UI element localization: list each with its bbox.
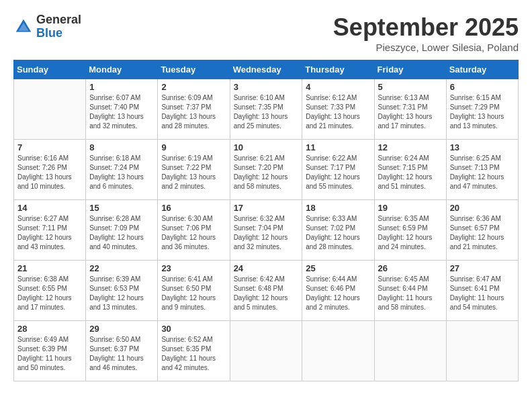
calendar-week-row: 21Sunrise: 6:38 AM Sunset: 6:55 PM Dayli… — [14, 261, 519, 321]
weekday-header: Thursday — [302, 60, 374, 79]
calendar-cell: 26Sunrise: 6:45 AM Sunset: 6:44 PM Dayli… — [374, 261, 446, 321]
day-number: 27 — [450, 263, 515, 273]
day-info: Sunrise: 6:19 AM Sunset: 7:22 PM Dayligh… — [161, 154, 226, 191]
day-number: 2 — [161, 82, 226, 92]
calendar-cell: 22Sunrise: 6:39 AM Sunset: 6:53 PM Dayli… — [86, 261, 158, 321]
calendar-cell: 10Sunrise: 6:21 AM Sunset: 7:20 PM Dayli… — [230, 140, 302, 200]
calendar-cell: 29Sunrise: 6:50 AM Sunset: 6:37 PM Dayli… — [86, 321, 158, 381]
day-number: 18 — [306, 203, 370, 213]
day-info: Sunrise: 6:33 AM Sunset: 7:02 PM Dayligh… — [306, 214, 370, 252]
day-info: Sunrise: 6:45 AM Sunset: 6:44 PM Dayligh… — [378, 275, 443, 312]
day-info: Sunrise: 6:52 AM Sunset: 6:35 PM Dayligh… — [161, 335, 226, 373]
calendar-cell — [230, 321, 302, 381]
day-info: Sunrise: 6:27 AM Sunset: 7:11 PM Dayligh… — [17, 214, 82, 252]
calendar-cell: 7Sunrise: 6:16 AM Sunset: 7:26 PM Daylig… — [14, 140, 86, 200]
calendar-week-row: 1Sunrise: 6:07 AM Sunset: 7:40 PM Daylig… — [14, 79, 519, 140]
day-info: Sunrise: 6:10 AM Sunset: 7:35 PM Dayligh… — [234, 93, 299, 131]
day-info: Sunrise: 6:30 AM Sunset: 7:06 PM Dayligh… — [161, 214, 226, 252]
calendar-cell: 17Sunrise: 6:32 AM Sunset: 7:04 PM Dayli… — [230, 200, 302, 261]
day-info: Sunrise: 6:32 AM Sunset: 7:04 PM Dayligh… — [234, 214, 299, 252]
logo: General Blue — [13, 13, 81, 40]
calendar-cell: 25Sunrise: 6:44 AM Sunset: 6:46 PM Dayli… — [302, 261, 374, 321]
day-info: Sunrise: 6:21 AM Sunset: 7:20 PM Dayligh… — [234, 154, 299, 191]
day-info: Sunrise: 6:13 AM Sunset: 7:31 PM Dayligh… — [378, 93, 443, 131]
calendar-week-row: 14Sunrise: 6:27 AM Sunset: 7:11 PM Dayli… — [14, 200, 519, 261]
day-info: Sunrise: 6:12 AM Sunset: 7:33 PM Dayligh… — [306, 93, 370, 131]
day-number: 28 — [17, 324, 82, 334]
day-number: 14 — [17, 203, 82, 213]
calendar-cell: 11Sunrise: 6:22 AM Sunset: 7:17 PM Dayli… — [302, 140, 374, 200]
day-number: 29 — [89, 324, 154, 334]
calendar-cell: 6Sunrise: 6:15 AM Sunset: 7:29 PM Daylig… — [446, 79, 518, 140]
calendar-cell: 28Sunrise: 6:49 AM Sunset: 6:39 PM Dayli… — [14, 321, 86, 381]
weekday-header: Tuesday — [158, 60, 230, 79]
weekday-header: Friday — [374, 60, 446, 79]
day-number: 16 — [161, 203, 226, 213]
calendar-cell: 16Sunrise: 6:30 AM Sunset: 7:06 PM Dayli… — [158, 200, 230, 261]
day-number: 6 — [450, 82, 515, 92]
calendar-cell: 2Sunrise: 6:09 AM Sunset: 7:37 PM Daylig… — [158, 79, 230, 140]
calendar-cell: 1Sunrise: 6:07 AM Sunset: 7:40 PM Daylig… — [86, 79, 158, 140]
calendar-cell: 12Sunrise: 6:24 AM Sunset: 7:15 PM Dayli… — [374, 140, 446, 200]
day-info: Sunrise: 6:07 AM Sunset: 7:40 PM Dayligh… — [89, 93, 154, 131]
calendar-cell — [446, 321, 518, 381]
calendar-cell: 21Sunrise: 6:38 AM Sunset: 6:55 PM Dayli… — [14, 261, 86, 321]
day-number: 11 — [306, 142, 370, 152]
day-info: Sunrise: 6:25 AM Sunset: 7:13 PM Dayligh… — [450, 154, 515, 191]
calendar-cell: 14Sunrise: 6:27 AM Sunset: 7:11 PM Dayli… — [14, 200, 86, 261]
day-number: 24 — [234, 263, 299, 273]
day-info: Sunrise: 6:42 AM Sunset: 6:48 PM Dayligh… — [234, 275, 299, 312]
calendar-cell — [302, 321, 374, 381]
calendar-cell: 19Sunrise: 6:35 AM Sunset: 6:59 PM Dayli… — [374, 200, 446, 261]
calendar-cell: 5Sunrise: 6:13 AM Sunset: 7:31 PM Daylig… — [374, 79, 446, 140]
calendar-week-row: 28Sunrise: 6:49 AM Sunset: 6:39 PM Dayli… — [14, 321, 519, 381]
day-number: 26 — [378, 263, 443, 273]
day-info: Sunrise: 6:41 AM Sunset: 6:50 PM Dayligh… — [161, 275, 226, 312]
calendar-cell: 9Sunrise: 6:19 AM Sunset: 7:22 PM Daylig… — [158, 140, 230, 200]
page-header: General Blue September 2025 Pieszyce, Lo… — [13, 13, 519, 53]
calendar-week-row: 7Sunrise: 6:16 AM Sunset: 7:26 PM Daylig… — [14, 140, 519, 200]
day-number: 15 — [89, 203, 154, 213]
weekday-header: Sunday — [14, 60, 86, 79]
day-number: 12 — [378, 142, 443, 152]
day-number: 17 — [234, 203, 299, 213]
calendar-cell: 27Sunrise: 6:47 AM Sunset: 6:41 PM Dayli… — [446, 261, 518, 321]
day-number: 5 — [378, 82, 443, 92]
day-info: Sunrise: 6:44 AM Sunset: 6:46 PM Dayligh… — [306, 275, 370, 312]
calendar-cell: 3Sunrise: 6:10 AM Sunset: 7:35 PM Daylig… — [230, 79, 302, 140]
weekday-header: Monday — [86, 60, 158, 79]
calendar-cell: 30Sunrise: 6:52 AM Sunset: 6:35 PM Dayli… — [158, 321, 230, 381]
day-number: 9 — [161, 142, 226, 152]
day-info: Sunrise: 6:49 AM Sunset: 6:39 PM Dayligh… — [17, 335, 82, 373]
day-info: Sunrise: 6:38 AM Sunset: 6:55 PM Dayligh… — [17, 275, 82, 312]
logo-text: General Blue — [36, 13, 81, 40]
day-number: 25 — [306, 263, 370, 273]
day-info: Sunrise: 6:47 AM Sunset: 6:41 PM Dayligh… — [450, 275, 515, 312]
weekday-header-row: SundayMondayTuesdayWednesdayThursdayFrid… — [14, 60, 519, 79]
calendar-table: SundayMondayTuesdayWednesdayThursdayFrid… — [13, 60, 519, 381]
calendar-cell — [374, 321, 446, 381]
day-number: 10 — [234, 142, 299, 152]
day-number: 3 — [234, 82, 299, 92]
calendar-cell: 8Sunrise: 6:18 AM Sunset: 7:24 PM Daylig… — [86, 140, 158, 200]
day-info: Sunrise: 6:36 AM Sunset: 6:57 PM Dayligh… — [450, 214, 515, 252]
day-number: 8 — [89, 142, 154, 152]
day-info: Sunrise: 6:18 AM Sunset: 7:24 PM Dayligh… — [89, 154, 154, 191]
calendar-cell: 20Sunrise: 6:36 AM Sunset: 6:57 PM Dayli… — [446, 200, 518, 261]
calendar-cell: 4Sunrise: 6:12 AM Sunset: 7:33 PM Daylig… — [302, 79, 374, 140]
weekday-header: Wednesday — [230, 60, 302, 79]
day-number: 21 — [17, 263, 82, 273]
calendar-cell: 24Sunrise: 6:42 AM Sunset: 6:48 PM Dayli… — [230, 261, 302, 321]
logo-icon — [13, 17, 34, 37]
calendar-cell: 15Sunrise: 6:28 AM Sunset: 7:09 PM Dayli… — [86, 200, 158, 261]
day-number: 23 — [161, 263, 226, 273]
day-number: 7 — [17, 142, 82, 152]
calendar-cell — [14, 79, 86, 140]
day-info: Sunrise: 6:24 AM Sunset: 7:15 PM Dayligh… — [378, 154, 443, 191]
day-info: Sunrise: 6:50 AM Sunset: 6:37 PM Dayligh… — [89, 335, 154, 373]
day-info: Sunrise: 6:28 AM Sunset: 7:09 PM Dayligh… — [89, 214, 154, 252]
calendar-cell: 18Sunrise: 6:33 AM Sunset: 7:02 PM Dayli… — [302, 200, 374, 261]
location-subtitle: Pieszyce, Lower Silesia, Poland — [333, 42, 519, 53]
day-info: Sunrise: 6:16 AM Sunset: 7:26 PM Dayligh… — [17, 154, 82, 191]
day-number: 13 — [450, 142, 515, 152]
